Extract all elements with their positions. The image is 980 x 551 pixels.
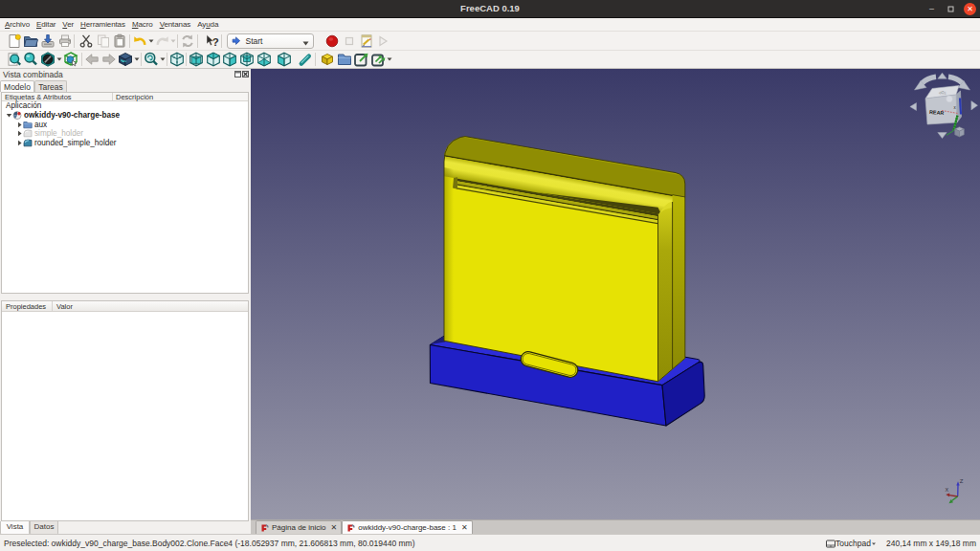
maximize-button[interactable] (945, 3, 957, 15)
tree-item-rounded-simple-holder[interactable]: rounded_simple_holder (2, 139, 248, 148)
viewport-3d[interactable]: REARTOPxZX Página de inicio ✕ owkiddy-v9… (251, 69, 980, 534)
new-document-icon (7, 33, 22, 49)
zoom-button[interactable] (143, 51, 160, 68)
start-workbench-icon (231, 35, 244, 47)
print-button[interactable] (56, 33, 74, 50)
new-document-button[interactable] (6, 33, 23, 50)
nav-mini-cube[interactable] (955, 127, 965, 137)
workbench-selector-value: Start (244, 36, 302, 46)
paste-button[interactable] (112, 33, 129, 50)
macro-stop-button[interactable] (341, 33, 358, 50)
view-left-icon (277, 52, 292, 67)
property-col-value[interactable]: Valor (53, 301, 73, 311)
combo-view-panel: Vista combinada Modelo Tareas Etiquetas … (0, 69, 251, 521)
tab-datos[interactable]: Datos (30, 521, 58, 535)
svg-text:?: ? (212, 36, 219, 48)
mdi-tab-close-icon[interactable]: ✕ (330, 523, 337, 532)
mdi-tab-start-page[interactable]: Página de inicio ✕ (256, 520, 342, 534)
dropdown-arrow-icon[interactable] (170, 33, 176, 50)
view-bottom-button[interactable] (256, 51, 273, 68)
print-icon (57, 33, 73, 49)
expander-closed-icon[interactable] (15, 140, 23, 146)
macro-edit-button[interactable] (358, 33, 375, 50)
fit-all-button[interactable] (6, 51, 23, 68)
dock-splitter[interactable] (0, 294, 251, 300)
draw-style-button[interactable] (39, 51, 56, 68)
dropdown-arrow-icon[interactable] (387, 51, 392, 68)
minimize-button[interactable]: – (925, 3, 938, 15)
dropdown-arrow-icon[interactable] (160, 51, 166, 68)
dropdown-arrow-icon[interactable] (134, 51, 140, 68)
menu-archivo[interactable]: Archivo (5, 20, 30, 29)
toolbar-separator (129, 34, 130, 48)
select-box-button[interactable] (62, 51, 79, 68)
link-make-button[interactable] (353, 51, 370, 68)
view-left-button[interactable] (276, 51, 293, 68)
group-create-button[interactable] (336, 51, 353, 68)
measure-button[interactable] (297, 51, 314, 68)
freecad-document-icon (12, 111, 22, 120)
expander-closed-icon[interactable] (15, 130, 23, 137)
macro-record-icon (324, 33, 340, 49)
expander-open-icon[interactable] (5, 112, 12, 119)
fit-selection-button[interactable] (23, 51, 40, 68)
group-create-icon (337, 52, 352, 67)
view-right-button[interactable] (222, 51, 239, 68)
tree-item-aux[interactable]: aux (2, 120, 248, 129)
view-right-icon (222, 52, 237, 67)
mdi-tab-document[interactable]: owkiddy-v90-charge-base : 1 ✕ (342, 520, 472, 534)
menu-editar[interactable]: Editar (36, 20, 56, 29)
view-top-button[interactable] (205, 51, 222, 68)
mdi-tab-close-icon[interactable]: ✕ (461, 523, 468, 532)
menu-macro[interactable]: Macro (132, 20, 153, 29)
tree-col-description[interactable]: Descripción (113, 93, 153, 100)
macro-play-button[interactable] (374, 33, 391, 50)
body-icon (23, 139, 33, 147)
property-col-name[interactable]: Propiedades (2, 301, 53, 311)
view-axonometric-button[interactable] (168, 51, 186, 68)
axonometric-box-button[interactable] (118, 51, 135, 68)
refresh-button[interactable] (179, 33, 196, 50)
whats-this-button[interactable]: ? (203, 33, 220, 50)
dock-titlebar: Vista combinada (0, 69, 251, 80)
tree-root-label: Aplicación (2, 101, 41, 110)
menu-ver[interactable]: Ver (62, 20, 74, 29)
scene-3d[interactable]: REARTOPxZX (251, 69, 980, 519)
copy-button[interactable] (95, 33, 112, 50)
window-title: FreeCAD 0.19 (0, 3, 980, 13)
menu-ventanas[interactable]: Ventanas (160, 20, 191, 29)
view-front-button[interactable] (188, 51, 205, 68)
status-message: Preselected: owkiddy_v90_charge_base.Bod… (4, 539, 415, 548)
tree-col-labels[interactable]: Etiquetas & Atributos (2, 93, 113, 100)
dock-float-icon[interactable] (234, 71, 241, 77)
expander-closed-icon[interactable] (15, 121, 23, 128)
nav-style-selector[interactable]: Touchpad (835, 539, 871, 548)
tab-modelo[interactable]: Modelo (0, 80, 34, 93)
nav-forward-icon (101, 52, 117, 67)
toolbar-separator (177, 34, 178, 48)
view-rear-button[interactable] (238, 51, 256, 68)
close-button[interactable]: ✕ (964, 3, 976, 15)
redo-button[interactable] (154, 33, 171, 50)
nav-back-button[interactable] (83, 51, 100, 68)
workbench-selector[interactable]: Start (227, 33, 314, 49)
nav-forward-button[interactable] (100, 51, 118, 68)
macro-record-button[interactable] (324, 33, 342, 50)
freecad-logo-icon (346, 523, 355, 532)
link-make-relative-button[interactable] (369, 51, 387, 68)
menu-herramientas[interactable]: Herramientas (80, 20, 125, 29)
tab-tareas[interactable]: Tareas (34, 80, 67, 93)
tree-item-owkiddy-v90-charge-base[interactable]: owkiddy-v90-charge-base (2, 111, 248, 121)
cut-button[interactable] (78, 33, 95, 50)
save-button[interactable] (39, 33, 56, 50)
tree-root[interactable]: Aplicación (2, 101, 248, 111)
menu-ayuda[interactable]: Ayuda (197, 20, 218, 29)
fit-selection-icon (23, 52, 38, 67)
view-front-icon (189, 52, 204, 67)
tab-vista[interactable]: Vista (0, 521, 30, 535)
dock-close-icon[interactable] (242, 71, 249, 77)
undo-button[interactable] (131, 33, 148, 50)
tree-item-simple-holder[interactable]: simple_holder (2, 129, 248, 139)
part-create-button[interactable] (320, 51, 337, 68)
open-folder-button[interactable] (23, 33, 40, 50)
